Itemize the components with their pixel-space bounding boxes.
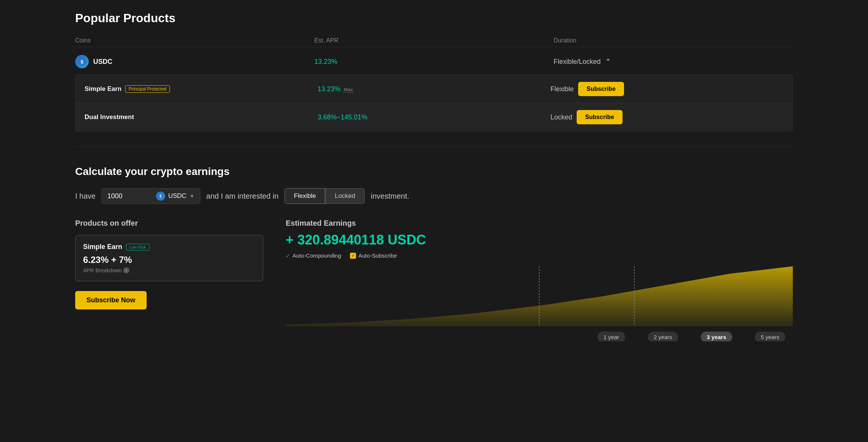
- sub-row-simple-earn: Simple Earn Principal Protected 13.23% M…: [76, 75, 792, 103]
- header-coins: Coins: [75, 37, 314, 44]
- products-table: Coins Est. APR Duration $ USDC 13.23%: [75, 34, 793, 131]
- earnings-amount: + 320.89440118 USDC: [286, 232, 793, 248]
- header-duration: Duration: [554, 37, 793, 44]
- principal-protected-badge: Principal Protected: [125, 85, 170, 93]
- coin-cell: $ USDC: [75, 55, 314, 68]
- card-product-name: Simple Earn: [83, 243, 122, 251]
- earnings-options: ✓ Auto-Compounding ✓ Auto-Subscribe: [286, 252, 793, 259]
- card-header: Simple Earn Low Risk: [83, 243, 255, 251]
- dropdown-arrow-icon: ▼: [189, 193, 195, 199]
- table-row: $ USDC 13.23% Flexible/Locked ⌃: [75, 49, 793, 75]
- coin-selector[interactable]: $ USDC ▼: [156, 192, 194, 201]
- product-name-simple-earn: Simple Earn Principal Protected: [85, 85, 318, 93]
- auto-compounding-option: ✓ Auto-Compounding: [286, 252, 341, 259]
- card-apr: 6.23% + 7%: [83, 255, 255, 265]
- apr-breakdown: APR Breakdown i: [83, 267, 255, 273]
- simple-earn-apr: 13.23% Max: [318, 85, 551, 93]
- simple-earn-duration-cell: Flexible Subscribe: [550, 82, 783, 96]
- locked-toggle-button[interactable]: Locked: [325, 188, 365, 204]
- low-risk-badge: Low Risk: [126, 244, 150, 250]
- coin-apr: 13.23%: [314, 58, 553, 66]
- products-on-offer-heading: Products on offer: [75, 219, 263, 228]
- time-label-5years[interactable]: 5 years: [755, 332, 785, 341]
- svg-text:$: $: [160, 194, 162, 198]
- chevron-up-icon[interactable]: ⌃: [605, 57, 611, 66]
- sub-row-dual-investment: Dual Investment 3.68%~145.01% Locked Sub…: [76, 103, 792, 131]
- investment-suffix: investment.: [371, 192, 409, 201]
- check-icon: ✓: [286, 253, 290, 259]
- earnings-title: Estimated Earnings: [286, 219, 793, 228]
- earnings-chart: 1 year 2 years 3 years 5 years: [286, 266, 793, 341]
- chart-svg: [286, 266, 793, 326]
- simple-earn-card: Simple Earn Low Risk 6.23% + 7% APR Brea…: [75, 235, 263, 281]
- time-label-3years[interactable]: 3 years: [701, 332, 732, 341]
- auto-subscribe-option: ✓ Auto-Subscribe: [350, 252, 397, 259]
- popular-products-section: Popular Products Coins Est. APR Duration…: [75, 11, 793, 131]
- product-name-dual: Dual Investment: [85, 113, 318, 121]
- usdc-icon: $: [75, 55, 89, 68]
- i-have-label: I have: [75, 192, 95, 201]
- mid-text: and I am interested in: [206, 192, 279, 201]
- auto-compounding-label: Auto-Compounding: [292, 252, 341, 259]
- svg-text:$: $: [80, 59, 83, 65]
- bottom-section: Products on offer Simple Earn Low Risk 6…: [75, 219, 793, 341]
- section-divider: [75, 146, 793, 147]
- time-labels: 1 year 2 years 3 years 5 years: [286, 332, 793, 341]
- dual-subscribe-button[interactable]: Subscribe: [577, 110, 622, 124]
- coin-selector-name: USDC: [168, 192, 186, 200]
- checkbox-icon[interactable]: ✓: [350, 253, 356, 259]
- popular-products-title: Popular Products: [75, 11, 793, 25]
- calculate-section: Calculate your crypto earnings I have $ …: [75, 166, 793, 341]
- time-label-1year[interactable]: 1 year: [597, 332, 625, 341]
- dual-apr: 3.68%~145.01%: [318, 113, 551, 121]
- estimated-earnings: Estimated Earnings + 320.89440118 USDC ✓…: [286, 219, 793, 341]
- usdc-selector-icon: $: [156, 192, 165, 201]
- amount-input[interactable]: [107, 192, 152, 200]
- table-header: Coins Est. APR Duration: [75, 34, 793, 47]
- flexible-toggle-button[interactable]: Flexible: [285, 188, 326, 204]
- calculate-title: Calculate your crypto earnings: [75, 166, 793, 178]
- auto-subscribe-label: Auto-Subscribe: [358, 252, 397, 259]
- subscribe-now-button[interactable]: Subscribe Now: [75, 291, 147, 309]
- products-on-offer: Products on offer Simple Earn Low Risk 6…: [75, 219, 263, 309]
- dual-duration-cell: Locked Subscribe: [550, 110, 783, 124]
- coin-name: USDC: [93, 58, 112, 66]
- simple-earn-subscribe-button[interactable]: Subscribe: [578, 82, 624, 96]
- sub-table: Simple Earn Principal Protected 13.23% M…: [75, 75, 793, 131]
- time-label-2years[interactable]: 2 years: [648, 332, 678, 341]
- calc-row: I have $ USDC ▼ and I am interested in: [75, 188, 793, 204]
- duration-cell: Flexible/Locked ⌃: [554, 57, 793, 66]
- info-icon[interactable]: i: [123, 267, 129, 273]
- header-apr: Est. APR: [314, 37, 553, 44]
- amount-input-wrapper: $ USDC ▼: [101, 188, 200, 204]
- investment-toggle: Flexible Locked: [285, 188, 365, 204]
